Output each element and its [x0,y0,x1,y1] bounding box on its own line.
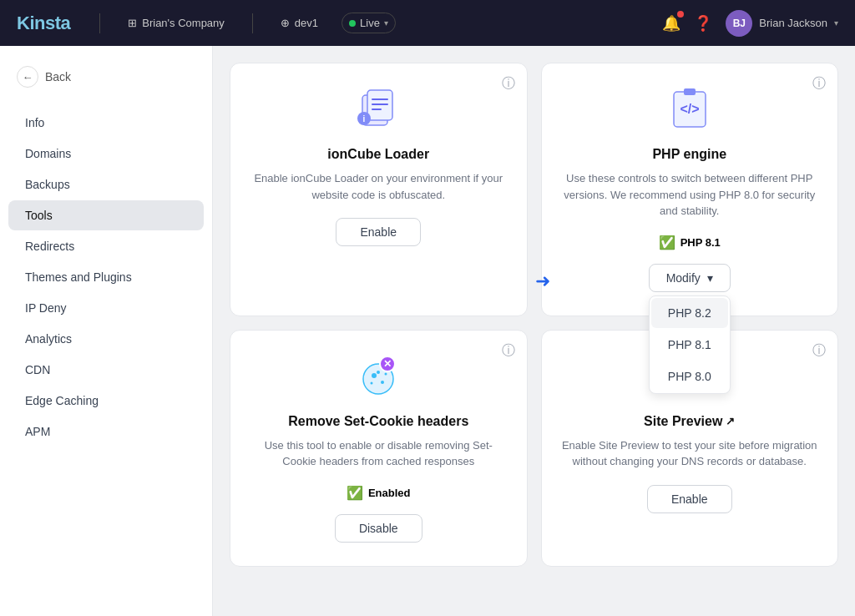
modify-label: Modify [666,271,701,285]
sidebar-item-apm[interactable]: APM [8,417,204,447]
user-menu[interactable]: BJ Brian Jackson ▾ [726,10,838,37]
php-title: PHP engine [652,147,726,162]
cards-grid: ⓘ i ionCube Loader Enable ionCube Loader… [230,63,838,567]
logo: Kinsta [17,13,70,34]
sidebar-item-tools[interactable]: Tools [8,200,204,230]
remove-cookie-card: ⓘ ✕ Remove Set-Cookie headers Use this t… [230,330,528,567]
svg-point-12 [381,381,384,384]
env-chevron: ▾ [384,18,388,28]
site-name: dev1 [295,17,318,29]
svg-point-13 [377,371,380,374]
env-label: Live [360,17,380,29]
modify-chevron: ▾ [707,271,713,285]
back-arrow-icon: ← [17,66,38,88]
company-name: Brian's Company [142,17,225,29]
preview-enable-button[interactable]: Enable [647,485,732,513]
company-selector[interactable]: ⊞ Brian's Company [121,13,231,33]
cookie-title: Remove Set-Cookie headers [288,414,468,429]
modify-button[interactable]: Modify ▾ [649,264,731,292]
ioncube-desc: Enable ionCube Loader on your environmen… [250,170,507,203]
cookie-disable-button[interactable]: Disable [335,514,422,543]
back-label: Back [45,70,71,83]
svg-point-15 [371,381,373,384]
sidebar-item-redirects[interactable]: Redirects [8,231,204,261]
cookie-icon: ✕ [356,354,401,402]
ioncube-title: ionCube Loader [327,147,429,162]
preview-info-icon[interactable]: ⓘ [812,342,826,360]
notification-badge [677,11,684,18]
avatar: BJ [726,10,752,37]
cookie-info-icon[interactable]: ⓘ [502,342,515,360]
svg-text:i: i [363,114,366,124]
help-button[interactable]: ❓ [694,14,712,33]
sidebar-item-cdn[interactable]: CDN [8,355,204,385]
main-content: ⓘ i ionCube Loader Enable ionCube Loader… [213,46,855,616]
ioncube-enable-button[interactable]: Enable [336,218,421,246]
ioncube-icon: i [356,87,401,135]
php-version-dropdown: PHP 8.2 PHP 8.1 PHP 8.0 [649,295,731,394]
sidebar: ← Back Info Domains Backups Tools Redire… [0,46,213,616]
cookie-status: ✅ Enabled [347,485,411,501]
svg-point-14 [385,372,387,375]
svg-text:</>: </> [680,102,699,116]
php-icon: </> [667,87,712,135]
back-button[interactable]: ← Back [0,59,212,94]
company-icon: ⊞ [128,17,137,29]
user-chevron: ▾ [834,18,838,28]
php-status-icon: ✅ [659,235,675,250]
ioncube-card: ⓘ i ionCube Loader Enable ionCube Loader… [230,63,528,316]
cookie-desc: Use this tool to enable or disable remov… [250,437,507,470]
site-selector[interactable]: ⊕ dev1 [274,13,325,33]
svg-rect-8 [684,88,696,95]
layout: ← Back Info Domains Backups Tools Redire… [0,46,855,616]
env-selector[interactable]: Live ▾ [341,13,396,33]
php-option-82[interactable]: PHP 8.2 [651,298,728,328]
preview-desc: Enable Site Preview to test your site be… [562,437,818,470]
cookie-status-label: Enabled [368,487,411,499]
sidebar-item-themes-plugins[interactable]: Themes and Plugins [8,262,204,292]
cookie-status-icon: ✅ [347,485,363,501]
nav-right: 🔔 ❓ BJ Brian Jackson ▾ [662,10,838,37]
preview-title-text: Site Preview [644,414,722,429]
ioncube-info-icon[interactable]: ⓘ [502,75,515,93]
php-desc: Use these controls to switch between dif… [562,170,818,220]
topnav: Kinsta ⊞ Brian's Company ⊕ dev1 Live ▾ 🔔… [0,0,855,46]
php-info-icon[interactable]: ⓘ [812,75,826,93]
php-option-81[interactable]: PHP 8.1 [651,330,728,360]
sidebar-item-edge-caching[interactable]: Edge Caching [8,386,204,416]
notifications-button[interactable]: 🔔 [662,14,680,33]
php-status-label: PHP 8.1 [680,236,721,249]
sidebar-item-ip-deny[interactable]: IP Deny [8,293,204,323]
username: Brian Jackson [759,17,827,29]
php-engine-card: ⓘ </> PHP engine Use these controls to s… [541,63,839,316]
external-link-icon: ↗ [726,415,735,427]
svg-point-11 [372,373,377,378]
svg-text:✕: ✕ [383,358,392,370]
sidebar-item-info[interactable]: Info [8,108,204,138]
nav-divider-1 [99,13,100,33]
sidebar-item-analytics[interactable]: Analytics [8,324,204,354]
nav-divider-2 [252,13,253,33]
php-option-80[interactable]: PHP 8.0 [651,361,728,391]
preview-title: Site Preview ↗ [644,414,735,429]
wordpress-icon: ⊕ [281,17,290,29]
sidebar-item-backups[interactable]: Backups [8,169,204,199]
sidebar-item-domains[interactable]: Domains [8,139,204,169]
blue-arrow-icon: ➜ [535,270,550,292]
php-status: ✅ PHP 8.1 [659,235,721,250]
live-dot [349,20,356,27]
modify-button-wrap: Modify ▾ PHP 8.2 PHP 8.1 PHP 8.0 [649,264,731,292]
